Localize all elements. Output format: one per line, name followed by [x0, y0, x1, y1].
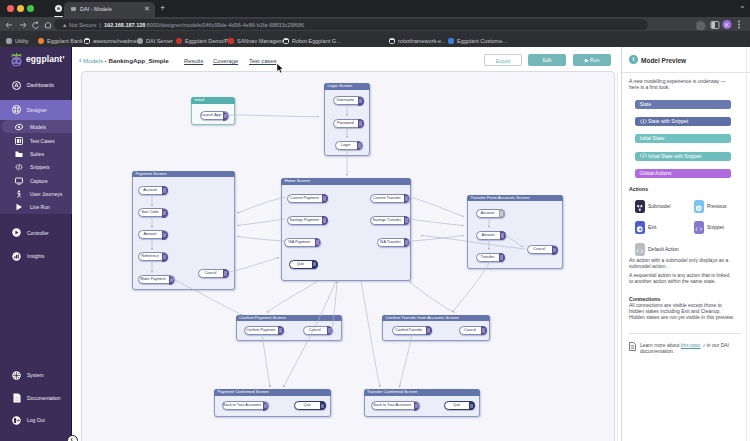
svg-text:K: K: [725, 22, 729, 28]
